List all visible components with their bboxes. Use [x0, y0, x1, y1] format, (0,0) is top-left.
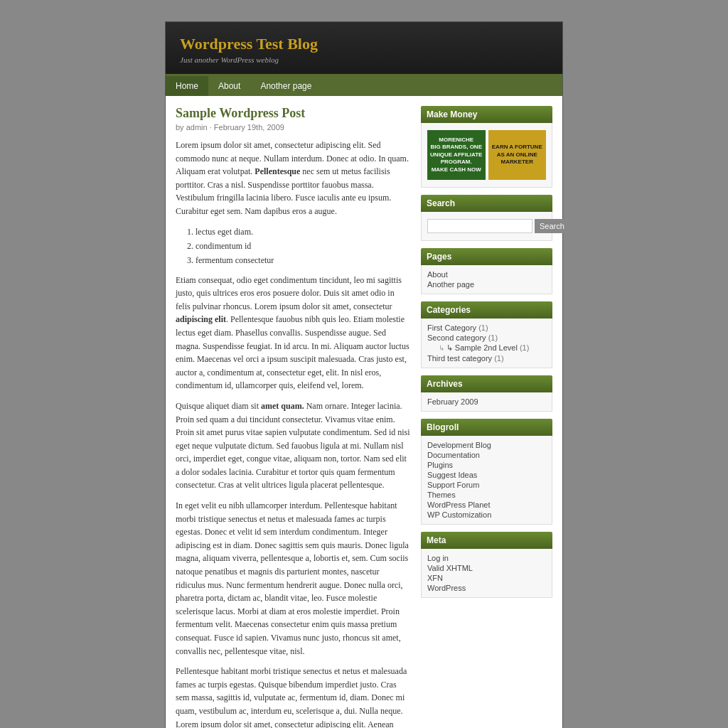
widget-content-make-money: MORENICHEBIG BRANDS, ONE UNIQUE AFFILIAT…	[421, 123, 552, 188]
nav-link-home[interactable]: Home	[166, 76, 208, 96]
widget-content-search: Search	[421, 212, 552, 241]
category-link-sample2nd-cat[interactable]: ↳ Sample 2nd Level (1)	[427, 343, 546, 353]
post-body-intro: Lorem ipsum dolor sit amet, consectetur …	[176, 139, 411, 218]
widget-title-categories: Categories	[421, 301, 552, 318]
blogroll-wordpress-planet[interactable]: WordPress Planet	[427, 500, 546, 510]
meta-wordpress[interactable]: WordPress	[427, 583, 546, 593]
post-list: lectus eget diam. condimentum id ferment…	[196, 225, 411, 267]
widget-content-categories: First Category (1) Second category (1) ↳…	[421, 318, 552, 368]
page-link-another-page[interactable]: Another page	[427, 279, 546, 289]
site-nav: Home About Another page	[166, 76, 562, 96]
meta-login[interactable]: Log in	[427, 553, 546, 563]
blogroll-documentation[interactable]: Documentation	[427, 450, 546, 460]
site-tagline: Just another WordPress weblog	[180, 55, 548, 64]
blogroll-wp-customization[interactable]: WP Customization	[427, 510, 546, 520]
meta-xfn[interactable]: XFN	[427, 573, 546, 583]
site-header: Wordpress Test Blog Just another WordPre…	[166, 22, 562, 76]
nav-item-home[interactable]: Home	[166, 76, 208, 96]
search-input[interactable]	[427, 219, 532, 233]
list-item: condimentum id	[196, 240, 411, 252]
widget-title-make-money: Make Money	[421, 106, 552, 123]
widget-title-search: Search	[421, 195, 552, 212]
category-link-second-cat[interactable]: Second category (1)	[427, 333, 546, 343]
post-meta: by admin · February 19th, 2009	[176, 123, 411, 132]
post-body-p2: Etiam consequat, odio eget condimentum t…	[176, 274, 411, 392]
widget-content-blogroll: Development Blog Documentation Plugins S…	[421, 436, 552, 525]
widget-blogroll: Blogroll Development Blog Documentation …	[421, 419, 552, 525]
blogroll-support-forum[interactable]: Support Forum	[427, 480, 546, 490]
banner-earnfortune-text: EARN A FORTUNEAS AN ONLINE MARKETER	[488, 144, 547, 166]
widget-categories: Categories First Category (1) Second cat…	[421, 301, 552, 368]
banner-earnfortune[interactable]: EARN A FORTUNEAS AN ONLINE MARKETER	[488, 130, 547, 180]
widget-content-archives: February 2009	[421, 392, 552, 412]
list-item: lectus eget diam.	[196, 225, 411, 238]
widget-meta: Meta Log in Valid XHTML XFN WordPress	[421, 532, 552, 598]
banner-moreniche-text: MORENICHEBIG BRANDS, ONE UNIQUE AFFILIAT…	[427, 136, 486, 173]
post-body-p5: Pellentesque habitant morbi tristique se…	[176, 665, 411, 728]
widget-content-pages: About Another page	[421, 265, 552, 294]
content-area: Sample Wordpress Post by admin · Februar…	[166, 96, 562, 728]
site-title[interactable]: Wordpress Test Blog	[180, 35, 548, 53]
widget-title-meta: Meta	[421, 532, 552, 549]
nav-link-about[interactable]: About	[208, 76, 250, 96]
widget-pages: Pages About Another page	[421, 248, 552, 294]
category-link-first-cat[interactable]: First Category (1)	[427, 323, 546, 333]
nav-link-another-page[interactable]: Another page	[250, 76, 321, 96]
widget-archives: Archives February 2009	[421, 375, 552, 412]
blogroll-plugins[interactable]: Plugins	[427, 460, 546, 470]
widget-make-money: Make Money MORENICHEBIG BRANDS, ONE UNIQ…	[421, 106, 552, 188]
post-body-p4: In eget velit eu nibh ullamcorper interd…	[176, 499, 411, 658]
page-link-about[interactable]: About	[427, 269, 546, 279]
widget-title-blogroll: Blogroll	[421, 419, 552, 436]
widget-content-meta: Log in Valid XHTML XFN WordPress	[421, 549, 552, 598]
meta-valid-xhtml[interactable]: Valid XHTML	[427, 563, 546, 573]
nav-item-another-page[interactable]: Another page	[250, 76, 321, 96]
post-title: Sample Wordpress Post	[176, 106, 411, 121]
main-content: Sample Wordpress Post by admin · Februar…	[176, 106, 421, 728]
category-link-third-cat[interactable]: Third test category (1)	[427, 353, 546, 363]
banner-moreniche[interactable]: MORENICHEBIG BRANDS, ONE UNIQUE AFFILIAT…	[427, 130, 486, 180]
blogroll-development-blog[interactable]: Development Blog	[427, 440, 546, 450]
blogroll-suggest-ideas[interactable]: Suggest Ideas	[427, 470, 546, 480]
list-item: fermentum consectetur	[196, 254, 411, 267]
widget-search: Search Search	[421, 195, 552, 241]
post-body-p3: Quisque aliquet diam sit amet quam. Nam …	[176, 400, 411, 492]
widget-title-pages: Pages	[421, 248, 552, 265]
nav-item-about[interactable]: About	[208, 76, 250, 96]
search-form: Search	[427, 216, 546, 236]
post-content: Lorem ipsum dolor sit amet, consectetur …	[176, 139, 411, 728]
widget-title-archives: Archives	[421, 375, 552, 392]
sidebar: Make Money MORENICHEBIG BRANDS, ONE UNIQ…	[421, 106, 552, 728]
archive-link-feb2009[interactable]: February 2009	[427, 397, 546, 407]
search-button[interactable]: Search	[535, 219, 569, 233]
make-money-banner: MORENICHEBIG BRANDS, ONE UNIQUE AFFILIAT…	[427, 127, 546, 183]
blogroll-themes[interactable]: Themes	[427, 490, 546, 500]
page-wrapper: Wordpress Test Blog Just another WordPre…	[165, 21, 563, 728]
